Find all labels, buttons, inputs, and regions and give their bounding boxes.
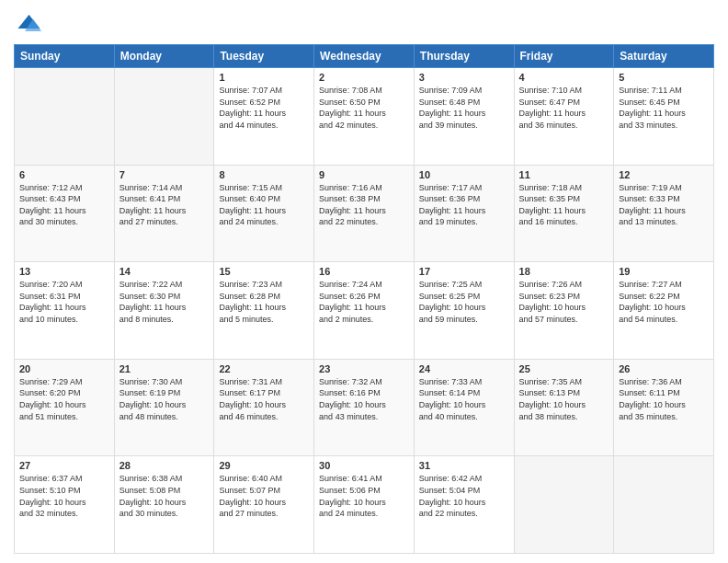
day-number: 21 <box>119 363 210 374</box>
day-number: 24 <box>419 363 509 374</box>
calendar-cell: 11Sunrise: 7:18 AM Sunset: 6:35 PM Dayli… <box>514 165 614 262</box>
day-number: 4 <box>519 72 609 83</box>
weekday-header-monday: Monday <box>114 45 214 68</box>
cell-content: Sunrise: 7:33 AM Sunset: 6:14 PM Dayligh… <box>419 376 509 422</box>
day-number: 14 <box>119 266 210 277</box>
day-number: 10 <box>419 169 509 180</box>
cell-content: Sunrise: 7:22 AM Sunset: 6:30 PM Dayligh… <box>119 279 210 325</box>
cell-content: Sunrise: 7:18 AM Sunset: 6:35 PM Dayligh… <box>519 182 609 228</box>
cell-content: Sunrise: 7:14 AM Sunset: 6:41 PM Dayligh… <box>119 182 210 228</box>
calendar-cell: 13Sunrise: 7:20 AM Sunset: 6:31 PM Dayli… <box>15 262 115 360</box>
calendar-cell: 10Sunrise: 7:17 AM Sunset: 6:36 PM Dayli… <box>414 165 514 262</box>
day-number: 2 <box>319 72 409 83</box>
logo-icon <box>14 9 41 37</box>
day-number: 29 <box>219 460 309 471</box>
day-number: 15 <box>219 266 309 277</box>
calendar-cell: 8Sunrise: 7:15 AM Sunset: 6:40 PM Daylig… <box>214 165 314 262</box>
calendar-cell: 19Sunrise: 7:27 AM Sunset: 6:22 PM Dayli… <box>614 262 714 360</box>
calendar-cell: 22Sunrise: 7:31 AM Sunset: 6:17 PM Dayli… <box>214 359 314 456</box>
day-number: 16 <box>319 266 409 277</box>
weekday-header-row: SundayMondayTuesdayWednesdayThursdayFrid… <box>15 45 714 68</box>
week-row-4: 20Sunrise: 7:29 AM Sunset: 6:20 PM Dayli… <box>15 359 714 456</box>
week-row-5: 27Sunrise: 6:37 AM Sunset: 5:10 PM Dayli… <box>15 456 714 554</box>
cell-content: Sunrise: 7:24 AM Sunset: 6:26 PM Dayligh… <box>319 279 409 325</box>
calendar-cell: 2Sunrise: 7:08 AM Sunset: 6:50 PM Daylig… <box>314 68 415 166</box>
cell-content: Sunrise: 6:42 AM Sunset: 5:04 PM Dayligh… <box>419 473 509 519</box>
day-number: 6 <box>19 169 109 180</box>
calendar-cell: 21Sunrise: 7:30 AM Sunset: 6:19 PM Dayli… <box>114 359 214 456</box>
week-row-1: 1Sunrise: 7:07 AM Sunset: 6:52 PM Daylig… <box>15 68 714 166</box>
day-number: 9 <box>319 169 409 180</box>
calendar-cell: 31Sunrise: 6:42 AM Sunset: 5:04 PM Dayli… <box>414 456 514 554</box>
calendar-cell: 29Sunrise: 6:40 AM Sunset: 5:07 PM Dayli… <box>214 456 314 554</box>
day-number: 30 <box>319 460 409 471</box>
calendar-table: SundayMondayTuesdayWednesdayThursdayFrid… <box>14 44 714 554</box>
calendar-cell: 5Sunrise: 7:11 AM Sunset: 6:45 PM Daylig… <box>614 68 714 166</box>
day-number: 17 <box>419 266 509 277</box>
day-number: 20 <box>19 363 109 374</box>
cell-content: Sunrise: 7:10 AM Sunset: 6:47 PM Dayligh… <box>519 85 609 131</box>
weekday-header-tuesday: Tuesday <box>214 45 314 68</box>
calendar-cell: 27Sunrise: 6:37 AM Sunset: 5:10 PM Dayli… <box>15 456 115 554</box>
calendar-cell: 20Sunrise: 7:29 AM Sunset: 6:20 PM Dayli… <box>15 359 115 456</box>
day-number: 8 <box>219 169 309 180</box>
cell-content: Sunrise: 7:15 AM Sunset: 6:40 PM Dayligh… <box>219 182 309 228</box>
day-number: 28 <box>119 460 210 471</box>
day-number: 31 <box>419 460 509 471</box>
cell-content: Sunrise: 7:20 AM Sunset: 6:31 PM Dayligh… <box>19 279 109 325</box>
day-number: 3 <box>419 72 509 83</box>
cell-content: Sunrise: 7:32 AM Sunset: 6:16 PM Dayligh… <box>319 376 409 422</box>
logo-area <box>14 9 45 37</box>
weekday-header-friday: Friday <box>514 45 614 68</box>
calendar-cell <box>514 456 614 554</box>
cell-content: Sunrise: 7:27 AM Sunset: 6:22 PM Dayligh… <box>619 279 709 325</box>
cell-content: Sunrise: 7:30 AM Sunset: 6:19 PM Dayligh… <box>119 376 210 422</box>
calendar-cell: 3Sunrise: 7:09 AM Sunset: 6:48 PM Daylig… <box>414 68 514 166</box>
day-number: 22 <box>219 363 309 374</box>
weekday-header-wednesday: Wednesday <box>314 45 415 68</box>
page: SundayMondayTuesdayWednesdayThursdayFrid… <box>0 0 728 563</box>
cell-content: Sunrise: 7:12 AM Sunset: 6:43 PM Dayligh… <box>19 182 109 228</box>
calendar-cell: 17Sunrise: 7:25 AM Sunset: 6:25 PM Dayli… <box>414 262 514 360</box>
week-row-3: 13Sunrise: 7:20 AM Sunset: 6:31 PM Dayli… <box>15 262 714 360</box>
day-number: 23 <box>319 363 409 374</box>
cell-content: Sunrise: 7:29 AM Sunset: 6:20 PM Dayligh… <box>19 376 109 422</box>
cell-content: Sunrise: 6:40 AM Sunset: 5:07 PM Dayligh… <box>219 473 309 519</box>
cell-content: Sunrise: 7:07 AM Sunset: 6:52 PM Dayligh… <box>219 85 309 131</box>
calendar-cell: 4Sunrise: 7:10 AM Sunset: 6:47 PM Daylig… <box>514 68 614 166</box>
calendar-cell: 7Sunrise: 7:14 AM Sunset: 6:41 PM Daylig… <box>114 165 214 262</box>
header <box>14 9 714 37</box>
calendar-cell: 1Sunrise: 7:07 AM Sunset: 6:52 PM Daylig… <box>214 68 314 166</box>
cell-content: Sunrise: 7:31 AM Sunset: 6:17 PM Dayligh… <box>219 376 309 422</box>
weekday-header-thursday: Thursday <box>414 45 514 68</box>
cell-content: Sunrise: 6:37 AM Sunset: 5:10 PM Dayligh… <box>19 473 109 519</box>
cell-content: Sunrise: 6:41 AM Sunset: 5:06 PM Dayligh… <box>319 473 409 519</box>
calendar-cell <box>15 68 115 166</box>
day-number: 13 <box>19 266 109 277</box>
calendar-cell: 14Sunrise: 7:22 AM Sunset: 6:30 PM Dayli… <box>114 262 214 360</box>
cell-content: Sunrise: 7:19 AM Sunset: 6:33 PM Dayligh… <box>619 182 709 228</box>
day-number: 11 <box>519 169 609 180</box>
calendar-cell: 12Sunrise: 7:19 AM Sunset: 6:33 PM Dayli… <box>614 165 714 262</box>
calendar-cell: 18Sunrise: 7:26 AM Sunset: 6:23 PM Dayli… <box>514 262 614 360</box>
calendar-cell: 6Sunrise: 7:12 AM Sunset: 6:43 PM Daylig… <box>15 165 115 262</box>
calendar-cell <box>114 68 214 166</box>
calendar-cell: 25Sunrise: 7:35 AM Sunset: 6:13 PM Dayli… <box>514 359 614 456</box>
cell-content: Sunrise: 7:09 AM Sunset: 6:48 PM Dayligh… <box>419 85 509 131</box>
cell-content: Sunrise: 7:11 AM Sunset: 6:45 PM Dayligh… <box>619 85 709 131</box>
day-number: 7 <box>119 169 210 180</box>
day-number: 1 <box>219 72 309 83</box>
day-number: 26 <box>619 363 709 374</box>
cell-content: Sunrise: 7:25 AM Sunset: 6:25 PM Dayligh… <box>419 279 509 325</box>
calendar-cell: 16Sunrise: 7:24 AM Sunset: 6:26 PM Dayli… <box>314 262 415 360</box>
weekday-header-saturday: Saturday <box>614 45 714 68</box>
calendar-cell: 23Sunrise: 7:32 AM Sunset: 6:16 PM Dayli… <box>314 359 415 456</box>
weekday-header-sunday: Sunday <box>15 45 115 68</box>
calendar-cell: 24Sunrise: 7:33 AM Sunset: 6:14 PM Dayli… <box>414 359 514 456</box>
cell-content: Sunrise: 7:17 AM Sunset: 6:36 PM Dayligh… <box>419 182 509 228</box>
calendar-cell: 9Sunrise: 7:16 AM Sunset: 6:38 PM Daylig… <box>314 165 415 262</box>
day-number: 12 <box>619 169 709 180</box>
cell-content: Sunrise: 7:26 AM Sunset: 6:23 PM Dayligh… <box>519 279 609 325</box>
day-number: 5 <box>619 72 709 83</box>
cell-content: Sunrise: 7:35 AM Sunset: 6:13 PM Dayligh… <box>519 376 609 422</box>
